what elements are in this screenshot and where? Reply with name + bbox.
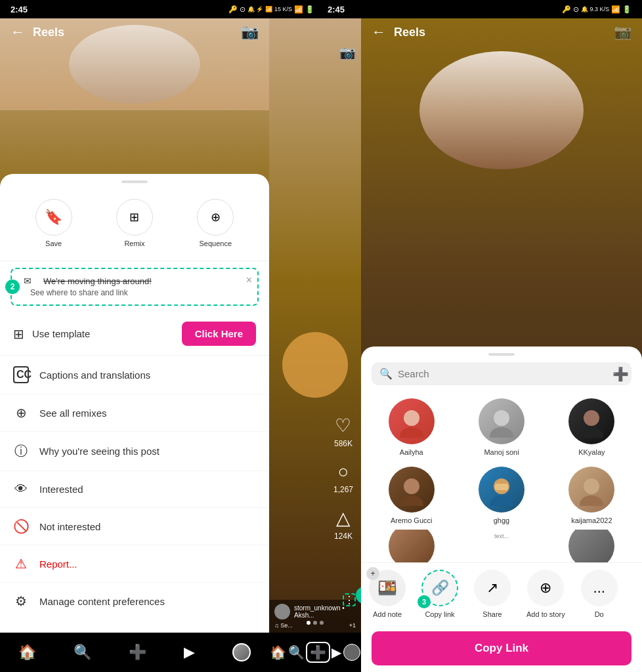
sequence-action[interactable]: ⊕ Sequence [197,199,234,247]
interested-menu-item[interactable]: 👁 Interested [0,471,269,508]
template-row: ⊞ Use template Click Here [0,312,269,356]
like-icon: ♡ [335,415,351,436]
comment-action[interactable]: ○ 1,267 [333,461,353,494]
user-name-aremo: Aremo Gucci [391,516,433,524]
nav-create[interactable]: ➕ [129,644,146,661]
followers-count: +1 [349,622,356,629]
share-action-item[interactable]: ↗ Share [466,570,519,618]
share-handle [488,353,515,356]
center-bg-image [269,18,361,672]
header-title: Reels [33,26,241,39]
user-grid: Aailyha Manoj soni [361,393,642,530]
right-header-title: Reels [394,26,614,39]
like-action[interactable]: ♡ 586K [334,415,353,448]
search-input[interactable] [398,368,624,379]
remixes-menu-item[interactable]: ⊕ See all remixes [0,394,269,432]
more-share-label: Do [595,610,604,618]
center-camera-icon[interactable]: 📷 [339,45,356,60]
why-label: Why you're seeing this post [39,446,160,457]
save-icon: 🔖 [35,199,72,236]
interested-icon: 👁 [13,482,29,497]
user-aremo[interactable]: Aremo Gucci [366,461,456,530]
sequence-label: Sequence [200,240,232,247]
not-interested-menu-item[interactable]: 🚫 Not interested [0,508,269,545]
svg-point-5 [580,427,603,438]
captions-icon: CC [13,366,29,383]
camera-icon[interactable]: 📷 [241,24,259,41]
avatar-ghgg [479,467,524,513]
svg-point-1 [400,427,423,438]
save-action[interactable]: 🔖 Save [35,199,72,247]
save-label: Save [45,240,62,247]
copy-link-action[interactable]: 🔗 3 Copy link [414,570,466,618]
report-icon: ⚠ [13,556,29,572]
user-ghgg[interactable]: ghgg [456,461,546,530]
bottom-nav: 🏠 🔍 ➕ ▶ [0,633,269,672]
copy-link-label: Copy link [425,610,454,618]
nav-search[interactable]: 🔍 [74,644,91,661]
captions-label: Captions and translations [39,369,150,381]
share-icon: △ [336,507,351,529]
copy-link-button[interactable]: Copy Link [372,631,631,665]
svg-point-12 [580,495,603,506]
badge-3: 3 [417,595,431,608]
user-kkyalay[interactable]: KKyalay [547,393,637,461]
nav-home[interactable]: 🏠 [18,644,36,661]
avatar-kkyalay [568,398,614,444]
music-note: ♫ Se... [274,622,293,629]
use-template-button[interactable]: Click Here [182,322,256,346]
close-tooltip-button[interactable]: × [246,274,252,286]
tooltip-banner: 2 ✉ We're moving things around! See wher… [11,268,259,306]
avatar-aremo [389,467,435,513]
more-share-action[interactable]: ... Do [573,570,626,618]
why-icon: ⓘ [13,442,29,460]
partial-avatar-3 [568,530,614,562]
username: storm_unknown • Aksh... [294,604,356,619]
nav-profile[interactable] [232,643,251,662]
svg-point-11 [584,478,599,494]
tooltip-title: We're moving things around! [37,276,152,286]
svg-point-2 [494,410,509,426]
partial-avatar [389,530,435,562]
like-count: 586K [334,439,353,448]
remix-action[interactable]: ⊞ Remix [116,199,153,247]
copy-link-icon: 🔗 [431,579,449,597]
search-bar[interactable]: 🔍 [372,362,631,385]
user-kaijama[interactable]: kaijama2022 [547,461,637,530]
center-panel: 🔔 ⚡ 📶 🔋 📷 ♡ 586K ○ 1,267 △ 124K [269,18,361,672]
partial-avatar-2: text... [479,530,524,562]
copy-link-circle: 🔗 3 [421,570,458,606]
avatar-manoj [479,398,524,444]
add-note-label: Add note [373,610,402,618]
right-camera-icon[interactable]: 📷 [614,24,631,41]
search-icon: 🔍 [379,368,393,380]
back-button[interactable]: ← [11,24,25,41]
tooltip-subtitle: See where to share and link [24,288,128,297]
nav-reels[interactable]: ▶ [184,644,195,661]
comment-count: 1,267 [333,485,353,494]
right-panel: ← Reels 📷 🔍 ➕ [361,18,642,672]
svg-point-7 [400,495,423,506]
not-interested-label: Not interested [39,521,100,532]
manage-content-menu-item[interactable]: ⚙ Manage content preferences [0,583,269,620]
user-manoj[interactable]: Manoj soni [456,393,546,461]
add-story-action[interactable]: ⊕ Add to story [519,570,573,618]
report-menu-item[interactable]: ⚠ Report... [0,545,269,583]
add-note-plus-icon: + [366,567,379,580]
center-bottom-nav: 🏠 🔍 ➕ ▶ [269,633,361,672]
share-action[interactable]: △ 124K [334,507,353,541]
right-back-button[interactable]: ← [372,24,386,41]
why-seeing-menu-item[interactable]: ⓘ Why you're seeing this post [0,432,269,471]
template-left: ⊞ Use template [13,326,90,342]
add-note-action[interactable]: 🍱 + Add note [361,570,414,618]
captions-menu-item[interactable]: CC Captions and translations [0,356,269,394]
svg-rect-10 [495,484,508,490]
template-icon: ⊞ [13,326,24,342]
more-options[interactable]: ⋮ [343,593,356,606]
action-icons-row: 🔖 Save ⊞ Remix ⊕ Sequence [0,192,269,261]
user-aailyha[interactable]: Aailyha [366,393,456,461]
share-circle: ↗ [474,570,511,606]
share-icon: ↗ [486,579,498,597]
right-status-icons: 🔑⊙🔔 9.3 K/S 📶 🔋 [562,5,631,14]
add-person-icon[interactable]: ➕ [612,366,629,382]
